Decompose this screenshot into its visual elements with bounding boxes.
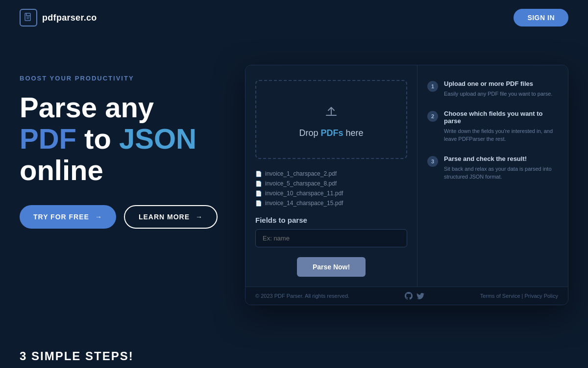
step-content-2: Choose which fields you want to parse Wr… [444, 110, 558, 143]
title-line1: Parse any [20, 91, 154, 123]
step-desc-3: Sit back and relax as your data is parse… [444, 165, 558, 181]
try-for-free-button[interactable]: TRY FOR FREE → [20, 205, 116, 229]
app-preview-container: Drop PDFs here 📄 invoice_1_charspace_2.p… [245, 65, 568, 305]
drop-prefix: Drop [299, 128, 320, 138]
file-icon: 📄 [255, 200, 262, 207]
drop-zone[interactable]: Drop PDFs here [255, 80, 407, 159]
steps-heading: 3 SIMPLE STEPS! [20, 349, 568, 363]
fields-label: Fields to parse [255, 216, 407, 224]
title-online: online [20, 154, 103, 186]
file-icon: 📄 [255, 181, 262, 187]
drop-text: Drop PDFs here [299, 128, 363, 138]
upload-icon [321, 101, 341, 122]
twitter-icon [416, 292, 424, 300]
learn-more-button[interactable]: LEARN MORE → [124, 205, 218, 229]
list-item: 📄 invoice_10_charspace_11.pdf [255, 188, 407, 198]
hero-title: Parse any PDF to JSON online [20, 92, 225, 185]
step-desc-1: Easily upload any PDF file you want to p… [444, 90, 552, 98]
step-title-3: Parse and check the result! [444, 155, 558, 162]
list-item: 📄 invoice_14_charspace_15.pdf [255, 198, 407, 208]
site-header: pdfparser.co SIGN IN [0, 0, 588, 35]
github-icon [405, 292, 413, 300]
logo-area: pdfparser.co [20, 9, 97, 26]
title-pdf: PDF [20, 123, 76, 155]
hero-section: BOOST YOUR PRODUCTIVITY Parse any PDF to… [0, 35, 588, 325]
step-title-2: Choose which fields you want to parse [444, 110, 558, 125]
app-preview: Drop PDFs here 📄 invoice_1_charspace_2.p… [245, 65, 568, 305]
footer-links[interactable]: Terms of Service | Privacy Policy [480, 293, 558, 299]
drop-pdfs: PDFs [320, 128, 343, 138]
drop-panel: Drop PDFs here 📄 invoice_1_charspace_2.p… [245, 65, 417, 287]
file-name: invoice_5_charspace_8.pdf [265, 180, 337, 187]
step-content-1: Upload one or more PDF files Easily uplo… [444, 80, 552, 98]
fields-section: Fields to parse [255, 216, 407, 247]
step-number-1: 1 [427, 81, 438, 92]
step-desc-2: Write down the fields you're interested … [444, 127, 558, 143]
logo-icon [20, 9, 37, 26]
step-item-1: 1 Upload one or more PDF files Easily up… [427, 80, 558, 98]
preview-footer: © 2023 PDF Parser. All rights reserved. … [245, 287, 568, 305]
boost-label: BOOST YOUR PRODUCTIVITY [20, 75, 225, 82]
file-icon: 📄 [255, 171, 262, 177]
step-item-2: 2 Choose which fields you want to parse … [427, 110, 558, 143]
title-to: to [76, 123, 119, 155]
step-item-3: 3 Parse and check the result! Sit back a… [427, 155, 558, 181]
steps-panel: 1 Upload one or more PDF files Easily up… [417, 65, 568, 287]
file-name: invoice_10_charspace_11.pdf [265, 190, 343, 197]
file-name: invoice_14_charspace_15.pdf [265, 200, 343, 207]
sign-in-button[interactable]: SIGN IN [514, 9, 568, 26]
step-number-2: 2 [427, 111, 438, 122]
fields-input[interactable] [255, 229, 407, 247]
file-name: invoice_1_charspace_2.pdf [265, 170, 337, 177]
drop-suffix: here [343, 128, 364, 138]
list-item: 📄 invoice_1_charspace_2.pdf [255, 169, 407, 179]
parse-button-area: Parse Now! [255, 257, 407, 277]
title-json: JSON [119, 123, 196, 155]
arrow-icon-secondary: → [196, 213, 203, 221]
bottom-section: 3 SIMPLE STEPS! With our AI-powered tool… [0, 325, 588, 368]
step-title-1: Upload one or more PDF files [444, 80, 552, 87]
preview-inner: Drop PDFs here 📄 invoice_1_charspace_2.p… [245, 65, 568, 287]
footer-copyright: © 2023 PDF Parser. All rights reserved. [255, 293, 349, 299]
step-number-3: 3 [427, 156, 438, 167]
hero-left: BOOST YOUR PRODUCTIVITY Parse any PDF to… [20, 65, 225, 229]
hero-buttons: TRY FOR FREE → LEARN MORE → [20, 205, 225, 229]
logo-text: pdfparser.co [42, 13, 97, 23]
file-icon: 📄 [255, 190, 262, 197]
step-content-3: Parse and check the result! Sit back and… [444, 155, 558, 181]
parse-now-button[interactable]: Parse Now! [297, 257, 366, 277]
footer-social-icons [405, 292, 424, 300]
arrow-icon: → [95, 213, 102, 221]
file-list: 📄 invoice_1_charspace_2.pdf 📄 invoice_5_… [255, 169, 407, 208]
list-item: 📄 invoice_5_charspace_8.pdf [255, 179, 407, 188]
